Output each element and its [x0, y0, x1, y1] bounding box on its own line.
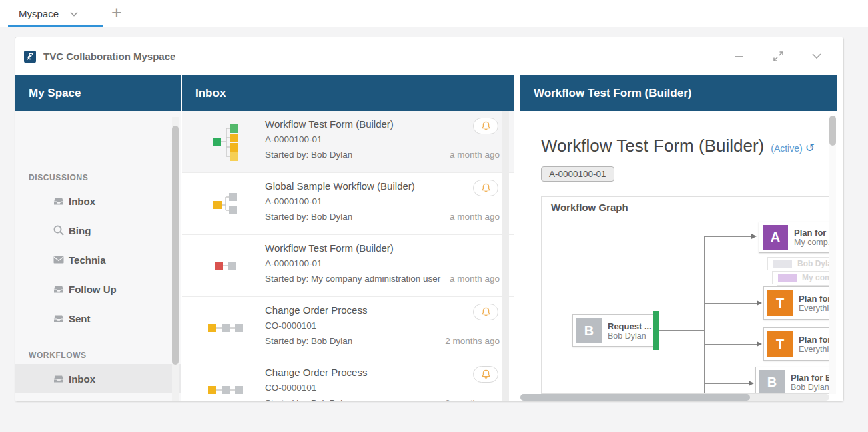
ghost-subtask-row: Bob Dyla	[767, 257, 829, 270]
node-letter-badge: A	[763, 225, 788, 250]
arrowhead-icon	[749, 381, 754, 386]
node-title: Plan for E.	[791, 373, 829, 383]
tab-bar: Myspace +	[0, 0, 868, 27]
sidebar-item-technia[interactable]: Technia	[15, 245, 181, 274]
item-started-by: Started by: Bob Dylan	[265, 336, 352, 346]
item-reference: CO-0000101	[265, 383, 316, 393]
sidebar-item-label: Inbox	[69, 196, 95, 207]
notification-bell-icon[interactable]	[473, 366, 498, 383]
search-icon	[53, 224, 65, 236]
connector-line	[704, 344, 757, 345]
tab-label: Myspace	[19, 8, 59, 19]
node-letter-badge: B	[759, 370, 785, 395]
myspace-widget-card: TVC Collaboration Myspace My Space DISCU…	[15, 37, 844, 402]
sidebar-item-follow-up[interactable]: Follow Up	[15, 274, 181, 304]
ghost-text: My comp	[802, 273, 829, 282]
node-subtitle: Bob Dylan	[791, 383, 829, 392]
sidebar-item-workflow-inbox-1[interactable]: Inbox	[15, 364, 181, 393]
chevron-down-icon[interactable]	[69, 10, 79, 18]
item-timestamp: 2 months ago	[445, 336, 500, 346]
section-label-discussions: DISCUSSIONS	[29, 173, 88, 182]
inbox-list-item-4[interactable]: Change Order Process CO-0000101 Started …	[182, 297, 514, 359]
inbox-scrollbar-track[interactable]	[502, 111, 509, 402]
node-subtitle: Bob Dylan	[608, 331, 650, 341]
3ds-compass-logo-icon	[24, 51, 36, 63]
workflow-node-request[interactable]: B Request ... Bob Dylan	[572, 311, 660, 350]
inbox-icon	[53, 373, 65, 385]
node-status-accent	[653, 311, 659, 350]
add-tab-button[interactable]: +	[107, 3, 127, 24]
node-subtitle: My comp.	[794, 238, 829, 247]
node-subtitle: Everythin	[799, 345, 829, 354]
sidebar-item-sent[interactable]: Sent	[15, 304, 181, 333]
widget-controls	[733, 49, 823, 63]
item-started-by: Started by: Bob Dylan	[265, 212, 352, 222]
workflow-node-plan-t2[interactable]: T Plan for Everythin	[763, 327, 829, 361]
collapse-chevron-icon[interactable]	[810, 49, 823, 63]
arrowhead-icon	[757, 300, 762, 306]
notification-bell-icon[interactable]	[473, 180, 498, 196]
ghost-text: Bob Dyla	[797, 259, 829, 268]
ghost-bar	[778, 274, 797, 282]
sidebar-item-label: Technia	[69, 254, 106, 266]
item-title: Workflow Test Form (Builder)	[265, 242, 394, 254]
notification-bell-icon[interactable]	[473, 304, 498, 320]
item-title: Global Sample Workflow (Builder)	[265, 180, 415, 192]
page-background: TVC Collaboration Myspace My Space DISCU…	[0, 27, 868, 432]
sidebar-scrollbar-thumb[interactable]	[172, 126, 179, 365]
item-reference: CO-0000101	[265, 320, 316, 331]
item-timestamp: 2 months ago	[445, 398, 500, 402]
inbox-panel-header: Inbox	[182, 75, 514, 111]
inbox-icon	[53, 195, 65, 207]
node-letter-badge: T	[767, 290, 793, 316]
detail-title: Workflow Test Form (Builder)(Active)↺	[541, 136, 815, 156]
sidebar-item-bing[interactable]: Bing	[15, 216, 181, 245]
item-started-by: Started by: Bob Dylan	[265, 398, 352, 402]
item-started-by: Started by: My company administration us…	[265, 274, 440, 284]
inbox-list-item-1[interactable]: Workflow Test Form (Builder) A-0000100-0…	[182, 111, 514, 173]
notification-bell-icon[interactable]	[473, 118, 498, 134]
inbox-list-item-2[interactable]: Global Sample Workflow (Builder) A-00001…	[182, 173, 514, 235]
sidebar-item-label: Inbox	[69, 373, 95, 385]
section-label-workflows: WORKFLOWS	[29, 351, 87, 360]
workflow-graph-title: Workflow Graph	[551, 202, 628, 213]
node-title: Plan for	[799, 335, 829, 345]
arrowhead-icon	[751, 234, 757, 239]
item-title: Workflow Test Form (Builder)	[265, 118, 394, 130]
expand-icon[interactable]	[771, 49, 785, 63]
sidebar-item-inbox-discussions[interactable]: Inbox	[15, 186, 181, 216]
workflow-node-plan-t1[interactable]: T Plan for Everythin	[763, 286, 829, 320]
detail-title-text: Workflow Test Form (Builder)	[541, 136, 764, 156]
sidebar-item-workflow-inbox-2[interactable]: Inbox	[15, 393, 181, 402]
inbox-icon	[53, 312, 65, 325]
detail-panel: Workflow Test Form (Builder) Workflow Te…	[520, 75, 837, 402]
workflow-node-plan-b[interactable]: B Plan for E. Bob Dylan	[755, 367, 829, 394]
node-letter-badge: T	[767, 331, 793, 357]
inbox-icon	[53, 283, 65, 295]
connector-trunk-line	[704, 236, 705, 394]
history-icon[interactable]: ↺	[805, 142, 815, 154]
envelope-icon	[53, 254, 65, 266]
connector-line	[704, 383, 749, 384]
inbox-list-item-3[interactable]: Workflow Test Form (Builder) A-0000100-0…	[182, 235, 514, 297]
arrowhead-icon	[757, 341, 762, 347]
node-letter-badge: B	[576, 318, 602, 343]
item-title: Change Order Process	[265, 304, 367, 316]
widget-title: TVC Collaboration Myspace	[43, 51, 175, 62]
sidebar: My Space DISCUSSIONS Inbox Bing Technia	[15, 75, 181, 402]
widget-header: TVC Collaboration Myspace	[15, 37, 843, 75]
detail-vertical-scrollbar-thumb[interactable]	[829, 116, 836, 146]
workflow-thumbnail-icon	[195, 181, 256, 226]
sidebar-item-label: Sent	[69, 313, 91, 325]
minimize-icon[interactable]	[733, 49, 746, 63]
item-reference: A-0000100-01	[265, 258, 322, 268]
tab-myspace[interactable]: Myspace	[8, 0, 89, 27]
ghost-bar	[773, 260, 792, 268]
item-title: Change Order Process	[265, 367, 367, 378]
connector-line	[659, 330, 704, 331]
workflow-node-plan-a[interactable]: A Plan for E My comp.	[759, 222, 829, 253]
detail-vertical-scrollbar-track[interactable]	[829, 116, 836, 394]
detail-horizontal-scrollbar-thumb[interactable]	[520, 394, 750, 401]
inbox-list-item-5[interactable]: Change Order Process CO-0000101 Started …	[182, 359, 514, 402]
ghost-subtask-row: My comp	[772, 271, 829, 284]
